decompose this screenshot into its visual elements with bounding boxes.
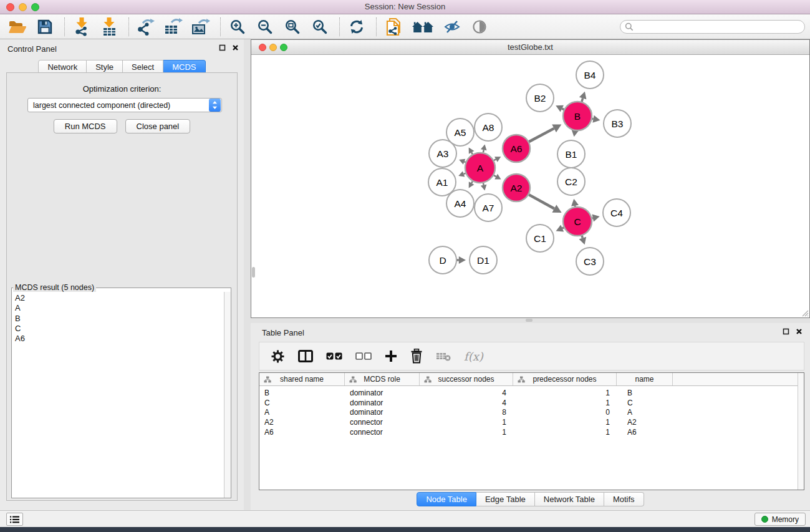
graph-node-B3[interactable]: B3 [604,110,631,137]
delete-table-button[interactable] [436,351,451,361]
table-cell[interactable]: B [617,389,673,399]
resize-grip-icon[interactable] [800,308,809,317]
table-cell[interactable]: 1 [420,418,513,428]
optimization-criterion-select[interactable]: largest connected component (directed) [27,98,222,112]
table-cell[interactable]: C [617,399,673,409]
show-column-button[interactable] [298,350,313,362]
zoom-in-button[interactable] [228,17,247,37]
table-row[interactable]: A6connector11A6 [259,428,804,438]
minimize-window-button[interactable] [19,3,27,11]
graph-node-B1[interactable]: B1 [557,140,585,168]
table-row[interactable]: Adominator80A [259,408,804,418]
graph-node-A[interactable]: A [465,153,495,183]
delete-column-button[interactable] [410,349,423,364]
run-mcds-button[interactable]: Run MCDS [54,119,117,133]
zoom-network-button[interactable] [280,44,287,51]
zoom-selected-button[interactable] [311,17,329,37]
zoom-out-button[interactable] [256,17,274,37]
result-list-scrollbar[interactable] [224,292,231,498]
table-row[interactable]: Bdominator41B [259,389,804,399]
edge-C-C3[interactable] [582,236,582,238]
zoom-window-button[interactable] [31,3,39,11]
graph-node-A8[interactable]: A8 [475,114,502,141]
tab-network-table[interactable]: Network Table [535,492,604,506]
graph-node-D1[interactable]: D1 [470,246,497,274]
edge-A-A1[interactable] [464,173,466,174]
create-column-button[interactable] [385,350,397,362]
table-cell[interactable]: 1 [513,399,617,409]
graph-node-D[interactable]: D [429,246,456,274]
session-home-button[interactable] [412,17,434,37]
result-item[interactable]: B [12,314,223,324]
table-cell[interactable]: dominator [345,408,420,418]
graph-node-A4[interactable]: A4 [446,190,474,217]
minimize-network-button[interactable] [269,44,277,51]
close-panel-button[interactable]: Close panel [125,119,191,133]
float-panel-icon[interactable] [783,328,789,335]
import-table-button[interactable] [100,17,118,37]
table-cell[interactable]: 4 [420,399,513,409]
edge-A-A2[interactable] [494,175,496,177]
column-header-shared-name[interactable]: shared name [259,373,345,385]
table-cell[interactable]: C [259,399,345,409]
graph-node-B4[interactable]: B4 [576,61,604,89]
select-all-button[interactable] [326,352,342,360]
table-cell[interactable]: dominator [345,389,420,399]
graph-node-A1[interactable]: A1 [428,168,456,196]
result-item[interactable]: A [12,303,223,313]
table-cell[interactable]: 0 [513,408,617,418]
contrast-view-button[interactable] [470,17,489,37]
graph-node-A2[interactable]: A2 [503,174,530,201]
column-header-successor-nodes[interactable]: successor nodes [420,373,513,385]
table-cell[interactable]: A2 [259,418,345,428]
table-cell[interactable]: dominator [345,399,420,409]
graph-node-C2[interactable]: C2 [557,168,585,195]
table-cell[interactable]: 1 [513,418,617,428]
result-item[interactable]: C [12,324,223,334]
result-item[interactable]: A6 [12,334,223,344]
deselect-all-button[interactable] [355,352,372,360]
task-history-button[interactable] [6,513,23,526]
table-settings-button[interactable] [271,349,285,364]
edge-C-C1[interactable] [562,228,564,228]
table-cell[interactable]: A6 [259,428,345,438]
open-session-button[interactable] [8,17,27,37]
table-cell[interactable]: A [259,408,345,418]
table-row[interactable]: A2connector11A2 [259,418,804,428]
graph-node-B2[interactable]: B2 [526,84,554,112]
edge-B-B4[interactable] [582,99,583,102]
table-cell[interactable]: A [617,408,673,418]
tab-edge-table[interactable]: Edge Table [476,492,535,506]
table-cell[interactable]: B [259,389,345,399]
table-row[interactable]: Cdominator41C [259,399,804,409]
edge-A2-C[interactable] [529,195,554,208]
result-item[interactable]: A2 [12,293,223,303]
edge-A-A7[interactable] [483,183,484,185]
table-cell[interactable]: 1 [420,428,513,438]
table-cell[interactable]: A6 [617,428,673,438]
table-cell[interactable]: connector [345,428,420,438]
graph-node-A6[interactable]: A6 [503,135,530,162]
graph-node-C[interactable]: C [563,207,592,236]
network-canvas[interactable]: ABCA2A6A1A3A4A5A7A8B1B2B3B4C1C2C3C4DD1 [251,55,809,317]
close-window-button[interactable] [6,3,14,11]
graph-node-C3[interactable]: C3 [576,248,604,275]
export-network-button[interactable] [137,17,155,37]
graph-node-C4[interactable]: C4 [603,199,630,226]
edge-A6-B[interactable] [529,128,554,142]
edge-A-A5[interactable] [471,152,473,154]
export-image-button[interactable] [191,17,210,37]
table-cell[interactable]: 8 [420,408,513,418]
clone-network-button[interactable] [384,17,403,37]
memory-button[interactable]: Memory [755,513,806,526]
tab-node-table[interactable]: Node Table [417,492,476,506]
zoom-fit-button[interactable] [283,17,302,37]
graph-node-A5[interactable]: A5 [446,118,474,146]
edge-A-A3[interactable] [465,162,466,162]
close-panel-icon[interactable] [232,44,239,51]
graph-node-B[interactable]: B [563,102,592,130]
function-builder-button[interactable]: f(x) [464,350,483,363]
edge-A-A8[interactable] [483,150,484,152]
edge-B-B2[interactable] [562,109,564,109]
table-scrollbar[interactable] [798,373,804,490]
